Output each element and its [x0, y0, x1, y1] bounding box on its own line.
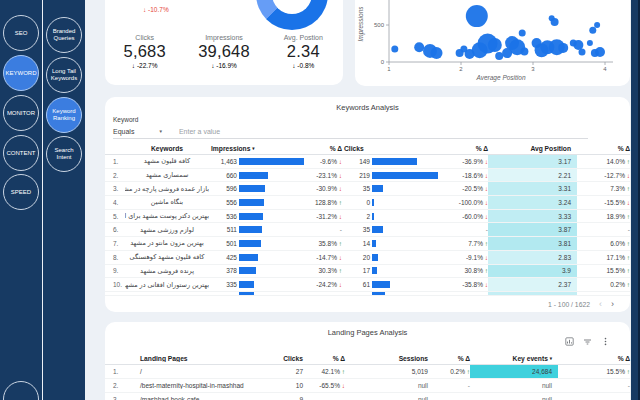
bubble-point[interactable] — [495, 52, 503, 60]
delta-cell: 30.8% ↑ — [442, 267, 488, 274]
avg-position-cell: 3.24 — [488, 196, 577, 209]
delta-cell: -24.2% ↓ — [309, 281, 342, 288]
pagination-prev-icon[interactable]: ‹ — [599, 299, 602, 309]
keyword-text: بهترین رستوران افغانی در مشهد — [125, 281, 209, 289]
kpi-label: Avg. Postion — [264, 34, 343, 41]
sidebar-item-content[interactable]: CONTENT — [3, 135, 39, 171]
export-chart-icon[interactable] — [565, 337, 574, 346]
keyword-text: لوازم ورزشی مشهد — [125, 226, 209, 234]
down-arrow-icon: ↓ — [627, 172, 630, 179]
keywords-table-row[interactable]: 8.کافه قلیون مشهد کوهسنگی425-14.7% ↓20-9… — [105, 251, 630, 265]
clicks-value: 20 — [342, 254, 370, 261]
chevron-down-icon[interactable]: ▼ — [158, 129, 162, 134]
delta-cell: -100.0% ↓ — [442, 199, 488, 206]
delta-cell: 7.7% ↑ — [442, 240, 488, 247]
clicks-bar-cell — [370, 226, 442, 233]
keywords-table-row[interactable]: 5.بهترین دکتر پوست مشهد برای لک صورت536-… — [105, 210, 630, 224]
filter-value-input[interactable] — [177, 127, 588, 136]
col-key-events-delta[interactable]: % Δ — [558, 355, 630, 362]
landing-table-row[interactable]: 3./mashhad-book-cafe9-null-null- — [105, 393, 630, 400]
up-arrow-icon: ↑ — [627, 240, 630, 247]
delta-cell: 15.5% ↑ — [558, 368, 630, 375]
keywords-table-row[interactable]: 7.بهترین مزون مانتو در مشهد50135.8% ↑147… — [105, 237, 630, 251]
col-clicks-delta[interactable]: % Δ — [303, 355, 345, 362]
delta-cell: -35.8% ↓ — [442, 281, 488, 288]
sidebar-item-keyword-ranking[interactable]: Keyword Ranking — [46, 97, 82, 133]
col-impressions-delta[interactable]: % Δ — [309, 145, 342, 152]
filter-icon[interactable] — [583, 337, 592, 346]
bubble-point[interactable] — [431, 47, 443, 59]
sidebar-item-search-intent[interactable]: Search Intent — [46, 136, 82, 172]
delta-cell: 30.3% ↑ — [309, 267, 342, 274]
col-avg-delta[interactable]: % Δ — [577, 145, 630, 152]
bubble-point[interactable] — [488, 38, 502, 52]
row-number: 7. — [105, 240, 125, 247]
col-avg-position[interactable]: Avg Position — [488, 143, 577, 154]
bubble-point[interactable] — [466, 5, 488, 27]
bubble-point[interactable] — [391, 46, 398, 53]
pagination-next-icon[interactable]: › — [611, 299, 614, 309]
keywords-table-header: Keywords Impressions ▾ % Δ Clicks % Δ Av… — [105, 143, 630, 155]
col-clicks[interactable]: Clicks — [275, 355, 303, 362]
keywords-table-row[interactable]: 9.پرنده فروشی مشهد37830.3% ↑1730.8% ↑3.9… — [105, 265, 630, 279]
sidebar-item-partial[interactable] — [3, 381, 39, 400]
bubble-point[interactable] — [519, 30, 526, 37]
keywords-table-row[interactable]: 4.بنگاه ماشین556128.8% ↑0-100.0% ↓3.24-1… — [105, 196, 630, 210]
filter-operator-select[interactable]: Equals — [113, 128, 134, 135]
keywords-table-row[interactable]: 1.کافه قلیون مشهد1,463-9.6% ↓149-36.9% ↓… — [105, 155, 630, 169]
impressions-value: 556 — [209, 199, 237, 206]
bubble-point[interactable] — [414, 42, 424, 52]
col-impressions[interactable]: Impressions ▾ — [209, 145, 309, 152]
clicks-bar-cell — [370, 158, 442, 165]
delta-cell: -20.5% ↓ — [442, 185, 488, 192]
clicks-bar — [372, 199, 374, 206]
keywords-table-row[interactable]: 3.بازار عمده فروشی پارچه در مشهد596-30.9… — [105, 182, 630, 196]
more-options-icon[interactable] — [601, 337, 610, 346]
bubble-point[interactable] — [579, 49, 586, 56]
bubble-point[interactable] — [551, 18, 559, 26]
bubble-point[interactable] — [589, 27, 596, 34]
clicks-bar-cell — [370, 267, 442, 274]
bubble-point[interactable] — [520, 48, 528, 56]
col-keywords[interactable]: Keywords — [125, 145, 209, 152]
col-sessions-delta[interactable]: % Δ — [428, 355, 470, 362]
avg-position-cell: 3.81 — [488, 237, 577, 250]
keywords-table-row[interactable]: 2.سمساری مشهد660-23.1% ↓219-18.6% ↓2.21-… — [105, 169, 630, 183]
kpi-row: Clicks 5,683 ↓ -22.7% Impressions 39,648… — [105, 34, 343, 69]
col-sessions[interactable]: Sessions — [345, 355, 428, 362]
bubble-point[interactable] — [594, 22, 600, 28]
bubble-point[interactable] — [573, 40, 583, 50]
keywords-table-row[interactable]: 10.بهترین رستوران افغانی در مشهد335-24.2… — [105, 278, 630, 292]
row-number: 3. — [105, 185, 125, 192]
sidebar-item-speed[interactable]: SPEED — [3, 174, 39, 210]
impressions-bar-cell — [237, 185, 309, 192]
bubble-point[interactable] — [558, 43, 568, 53]
sidebar-item-long-tail-keywords[interactable]: Long Tail Keywords — [46, 57, 82, 93]
row-number: 2. — [105, 382, 125, 389]
sidebar-item-seo[interactable]: SEO — [3, 15, 39, 51]
clicks-bar-cell — [370, 172, 442, 179]
landing-table-row[interactable]: 2./best-maternity-hospital-in-mashhad10-… — [105, 379, 630, 393]
landing-table-row[interactable]: 1./2742.1% ↑5,0190.2% ↑24,68415.5% ↑ — [105, 365, 630, 379]
sidebar-item-branded-queries[interactable]: Branded Queries — [46, 17, 82, 53]
clicks-value: 2 — [342, 213, 370, 220]
keywords-table-row[interactable]: 6.لوازم ورزشی مشهد511-35-3.87- — [105, 223, 630, 237]
clicks-value: 10 — [275, 382, 303, 389]
col-clicks[interactable]: Clicks — [342, 145, 442, 152]
clicks-bar — [372, 292, 385, 296]
clicks-value: 149 — [342, 158, 370, 165]
avg-position-cell: 3.17 — [488, 155, 577, 168]
col-landing-pages[interactable]: Landing Pages — [125, 355, 275, 362]
clicks-bar-cell — [370, 213, 442, 220]
bubble-point[interactable] — [587, 40, 593, 46]
col-clicks-delta[interactable]: % Δ — [442, 145, 488, 152]
bubble-point[interactable] — [595, 47, 605, 57]
impressions-bar-cell — [237, 226, 309, 233]
delta-cell: -23.1% ↓ — [309, 172, 342, 179]
kpi-value: 5,683 — [105, 42, 184, 61]
impressions-value: 511 — [209, 226, 237, 233]
clicks-bar — [372, 254, 378, 261]
col-key-events[interactable]: Key events ▾ — [470, 352, 558, 364]
sidebar-item-monitor[interactable]: MONITOR — [3, 95, 39, 131]
sidebar-item-keyword[interactable]: KEYWORD — [3, 55, 39, 91]
